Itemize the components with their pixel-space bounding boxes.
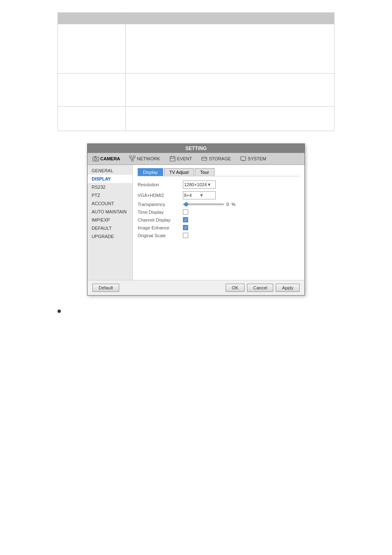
table-cell-right-1 xyxy=(126,24,334,74)
tab-row: Display TV Adjust Tour xyxy=(138,168,300,176)
table-row xyxy=(58,74,334,106)
table-row xyxy=(58,24,334,74)
sidebar-item-general[interactable]: GENERAL xyxy=(88,166,132,175)
channel-display-row: Channel Display ✓ xyxy=(138,217,300,222)
sidebar-item-rs232[interactable]: RS232 xyxy=(88,183,132,191)
main-table xyxy=(58,12,334,131)
transparency-value: 0 xyxy=(226,202,229,207)
default-button[interactable]: Default xyxy=(92,284,119,292)
table-cell-right-3 xyxy=(126,106,334,131)
vga-select[interactable]: 8+4 ▼ xyxy=(183,191,216,199)
camera-icon xyxy=(92,155,99,162)
transparency-unit: % xyxy=(231,202,235,207)
dialog-wrapper: SETTING CAMERA xyxy=(0,143,392,296)
image-enhance-row: Image Enhance ✓ xyxy=(138,225,300,230)
sidebar: GENERAL DISPLAY RS232 PTZ ACCOUNT AUTO M… xyxy=(88,165,133,280)
storage-icon xyxy=(201,155,208,162)
resolution-label: Resolution xyxy=(138,182,183,187)
top-table-section xyxy=(58,12,334,131)
time-display-checkbox[interactable] xyxy=(183,209,188,215)
image-enhance-label: Image Enhance xyxy=(138,225,183,230)
event-icon xyxy=(169,155,176,162)
ok-button[interactable]: OK xyxy=(226,284,244,292)
bullet-dot-icon xyxy=(58,310,61,313)
system-icon xyxy=(240,155,247,162)
original-scale-checkbox[interactable] xyxy=(183,233,188,238)
sidebar-item-imp-exp[interactable]: IMP/EXP xyxy=(88,216,132,224)
dialog-title-bar: SETTING xyxy=(88,144,304,153)
transparency-slider-container: 0 % xyxy=(183,202,235,207)
vga-label: VGA+HDMI2 xyxy=(138,193,183,198)
time-display-row: Time Display xyxy=(138,209,300,215)
svg-rect-2 xyxy=(95,156,96,157)
svg-rect-5 xyxy=(131,160,134,161)
nav-network[interactable]: NETWORK xyxy=(127,155,162,163)
vga-row: VGA+HDMI2 8+4 ▼ xyxy=(138,191,300,199)
svg-rect-4 xyxy=(133,156,135,157)
nav-system[interactable]: SYSTEM xyxy=(238,155,269,163)
resolution-arrow-icon: ▼ xyxy=(207,182,214,187)
vga-arrow-icon: ▼ xyxy=(199,193,214,198)
image-enhance-checkbox[interactable]: ✓ xyxy=(183,225,188,230)
cancel-button[interactable]: Cancel xyxy=(247,284,273,292)
footer-right-buttons: OK Cancel Apply xyxy=(226,284,300,292)
nav-network-label: NETWORK xyxy=(137,156,160,161)
sidebar-item-display[interactable]: DISPLAY xyxy=(88,175,132,183)
resolution-select[interactable]: 1280×1024 ▼ xyxy=(183,180,216,189)
setting-dialog: SETTING CAMERA xyxy=(87,143,305,296)
tab-tour[interactable]: Tour xyxy=(195,168,214,176)
dialog-nav: CAMERA NETWORK xyxy=(88,153,304,165)
svg-rect-3 xyxy=(129,156,131,157)
table-cell-right-2 xyxy=(126,74,334,106)
tab-tv-adjust[interactable]: TV Adjust xyxy=(164,168,194,176)
transparency-label: Transparency xyxy=(138,202,183,207)
content-area: Display TV Adjust Tour Resolution 1280×1… xyxy=(133,165,304,280)
slider-thumb[interactable] xyxy=(184,202,188,206)
channel-display-checkbox[interactable]: ✓ xyxy=(183,217,188,222)
table-cell-left-1 xyxy=(58,24,126,74)
table-header-col2 xyxy=(126,13,334,24)
table-cell-left-2 xyxy=(58,74,126,106)
bullet-section xyxy=(58,308,334,313)
dialog-footer: Default OK Cancel Apply xyxy=(88,280,304,295)
nav-event-label: EVENT xyxy=(177,156,192,161)
svg-point-1 xyxy=(95,158,97,160)
original-scale-row: Original Scale xyxy=(138,233,300,238)
svg-rect-10 xyxy=(170,157,175,161)
table-header-col1 xyxy=(58,13,126,24)
nav-storage[interactable]: STORAGE xyxy=(198,155,233,163)
nav-camera[interactable]: CAMERA xyxy=(90,155,122,163)
original-scale-label: Original Scale xyxy=(138,233,183,238)
svg-point-16 xyxy=(205,157,206,158)
dialog-body: GENERAL DISPLAY RS232 PTZ ACCOUNT AUTO M… xyxy=(88,165,304,280)
channel-display-label: Channel Display xyxy=(138,217,183,222)
sidebar-item-upgrade[interactable]: UPGRADE xyxy=(88,232,132,240)
nav-storage-label: STORAGE xyxy=(209,156,231,161)
sidebar-item-auto-maintain[interactable]: AUTO MAINTAIN xyxy=(88,208,132,216)
nav-system-label: SYSTEM xyxy=(248,156,266,161)
transparency-slider[interactable] xyxy=(183,204,224,205)
resolution-row: Resolution 1280×1024 ▼ xyxy=(138,180,300,189)
table-row xyxy=(58,106,334,131)
sidebar-item-default[interactable]: DEFAULT xyxy=(88,224,132,232)
transparency-row: Transparency 0 % xyxy=(138,202,300,207)
nav-camera-label: CAMERA xyxy=(100,156,120,161)
network-icon xyxy=(129,155,136,162)
time-display-label: Time Display xyxy=(138,210,183,215)
sidebar-item-ptz[interactable]: PTZ xyxy=(88,191,132,199)
apply-button[interactable]: Apply xyxy=(276,284,300,292)
dialog-title: SETTING xyxy=(185,146,207,151)
table-cell-left-3 xyxy=(58,106,126,131)
sidebar-item-account[interactable]: ACCOUNT xyxy=(88,199,132,208)
svg-rect-17 xyxy=(241,157,246,160)
tab-display[interactable]: Display xyxy=(138,168,163,176)
nav-event[interactable]: EVENT xyxy=(167,155,195,163)
